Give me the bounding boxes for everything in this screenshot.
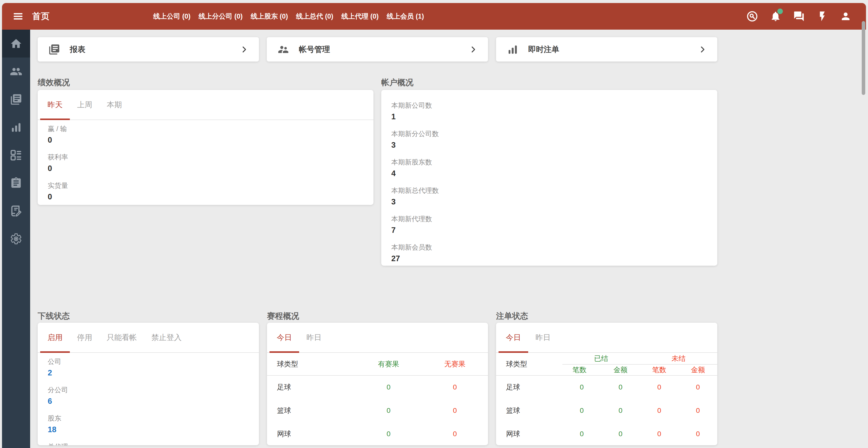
hamburger-icon — [12, 11, 24, 22]
chevron-right-icon — [240, 45, 248, 54]
col-without-result: 无赛果 — [422, 353, 488, 376]
stat-companies: 公司 2 — [48, 357, 249, 378]
flash-icon — [816, 10, 828, 22]
stat-new-agents: 本期新代理数 7 — [391, 215, 707, 235]
quick-card-label: 即时注单 — [528, 44, 559, 55]
account-button[interactable] — [840, 10, 851, 22]
chevron-right-icon — [698, 45, 707, 54]
stat-profit-rate: 获利率 0 — [48, 153, 364, 173]
tab-yesterday[interactable]: 昨天 — [40, 90, 70, 120]
menu-button[interactable] — [12, 11, 24, 22]
vertical-scrollbar-thumb[interactable] — [862, 21, 865, 95]
search-button[interactable] — [746, 10, 758, 22]
nav-online-agent[interactable]: 线上代理 (0) — [341, 12, 379, 21]
bets-tabs: 今日 昨日 — [496, 323, 717, 353]
person-icon — [840, 10, 851, 22]
tab-login-forbidden[interactable]: 禁止登入 — [144, 323, 189, 352]
nav-online-member[interactable]: 线上会员 (1) — [387, 12, 424, 21]
sidebar-item-lists[interactable] — [2, 141, 30, 169]
stat-branches: 分公司 6 — [48, 386, 249, 406]
sidebar-item-statistics[interactable] — [2, 113, 30, 141]
table-row: 足球 0 0 — [267, 376, 488, 399]
nav-online-shareholder[interactable]: 线上股东 (0) — [251, 12, 288, 21]
live-bets-icon — [506, 43, 519, 56]
messages-button[interactable] — [793, 10, 805, 22]
col-sport-type: 球类型 — [496, 353, 562, 376]
schedule-table: 球类型 有赛果 无赛果 足球 0 0 篮球 0 0 网球 0 — [267, 353, 488, 445]
col-settled-count: 笔数 — [562, 364, 601, 376]
sidebar-item-tasks[interactable] — [2, 169, 30, 197]
table-row: 篮球 0 0 — [267, 399, 488, 422]
account-management-icon — [277, 43, 289, 56]
group-unsettled: 未结 — [640, 353, 717, 364]
downline-tabs: 启用 停用 只能看帐 禁止登入 — [38, 323, 259, 353]
chevron-right-icon — [469, 45, 477, 54]
table-row: 网球 0 0 — [267, 422, 488, 445]
stat-shareholders: 股东 18 — [48, 414, 249, 435]
clipboard-icon — [10, 177, 22, 189]
quick-card-account-management[interactable]: 帐号管理 — [267, 37, 488, 62]
topbar-actions — [746, 10, 866, 22]
search-icon — [746, 10, 758, 22]
tab-yesterday[interactable]: 昨日 — [528, 323, 558, 352]
performance-tabs: 昨天 上周 本期 — [38, 90, 373, 120]
nav-online-branch[interactable]: 线上分公司 (0) — [199, 12, 243, 21]
col-sport-type: 球类型 — [267, 353, 355, 376]
sidebar-item-home[interactable] — [2, 30, 30, 58]
tab-disabled[interactable]: 停用 — [70, 323, 99, 352]
quick-actions-button[interactable] — [816, 10, 828, 22]
performance-stats: 赢 / 输 0 获利率 0 实货量 0 — [38, 120, 373, 202]
stat-new-shareholders: 本期新股东数 4 — [391, 158, 707, 179]
ledger-edit-icon — [10, 205, 22, 217]
quick-card-reports[interactable]: 报表 — [38, 37, 259, 62]
list-icon — [10, 149, 22, 161]
col-unsettled-amount: 金额 — [679, 364, 717, 376]
tab-last-week[interactable]: 上周 — [70, 90, 99, 120]
report-icon — [48, 43, 60, 56]
bets-section-title: 注单状态 — [496, 311, 528, 321]
performance-card: 昨天 上周 本期 赢 / 输 0 获利率 0 实货量 0 — [38, 90, 373, 205]
settings-gear-icon — [10, 232, 22, 245]
top-bar: 首页 线上公司 (0) 线上分公司 (0) 线上股东 (0) 线上总代 (0) … — [2, 3, 866, 30]
stat-win-loss: 赢 / 输 0 — [48, 125, 364, 145]
home-icon — [10, 37, 22, 50]
tab-enabled[interactable]: 启用 — [40, 323, 70, 352]
performance-section-title: 绩效概况 — [38, 77, 70, 87]
table-group-header-row: 球类型 已结 未结 — [496, 353, 717, 364]
nav-online-company[interactable]: 线上公司 (0) — [153, 12, 191, 21]
bar-chart-icon — [10, 121, 22, 134]
tab-view-only[interactable]: 只能看帐 — [99, 323, 144, 352]
col-unsettled-count: 笔数 — [640, 364, 679, 376]
nav-online-super-agent[interactable]: 线上总代 (0) — [296, 12, 334, 21]
downline-card: 启用 停用 只能看帐 禁止登入 公司 2 分公司 6 股东 18 总代理 — [38, 323, 259, 445]
col-settled-amount: 金额 — [601, 364, 640, 376]
tab-yesterday[interactable]: 昨日 — [299, 323, 329, 352]
table-row: 足球 0 0 0 0 — [496, 376, 717, 399]
sidebar-item-settings[interactable] — [2, 225, 30, 253]
accounts-stats: 本期新公司数 1 本期新分公司数 3 本期新股东数 4 本期新总代理数 3 本期… — [381, 90, 717, 264]
stat-new-branches: 本期新分公司数 3 — [391, 130, 707, 150]
stat-new-members: 本期新会员数 27 — [391, 243, 707, 264]
col-with-result: 有赛果 — [355, 353, 422, 376]
tab-today[interactable]: 今日 — [270, 323, 299, 352]
sidebar-item-reports[interactable] — [2, 85, 30, 113]
online-counters-nav: 线上公司 (0) 线上分公司 (0) 线上股东 (0) 线上总代 (0) 线上代… — [153, 3, 424, 30]
group-settled: 已结 — [562, 353, 640, 364]
sidebar-item-members[interactable] — [2, 58, 30, 85]
schedule-tabs: 今日 昨日 — [267, 323, 488, 353]
schedule-card: 今日 昨日 球类型 有赛果 无赛果 足球 0 0 篮球 0 — [267, 323, 488, 445]
chat-icon — [793, 10, 805, 22]
dashboard: 首页 线上公司 (0) 线上分公司 (0) 线上股东 (0) 线上总代 (0) … — [0, 0, 868, 448]
stat-new-super-agents: 本期新总代理数 3 — [391, 186, 707, 207]
tab-this-period[interactable]: 本期 — [99, 90, 129, 120]
quick-card-live-bets[interactable]: 即时注单 — [496, 37, 717, 62]
downline-section-title: 下线状态 — [38, 311, 70, 321]
notifications-button[interactable] — [770, 10, 781, 22]
tab-today[interactable]: 今日 — [499, 323, 528, 352]
sidebar-item-ledger[interactable] — [2, 197, 30, 225]
bets-table: 球类型 已结 未结 笔数 金额 笔数 金额 足球 0 0 0 0 — [496, 353, 717, 445]
users-icon — [10, 65, 22, 78]
accounts-section-title: 帐户概况 — [381, 77, 413, 87]
schedule-section-title: 赛程概况 — [267, 311, 299, 321]
stat-new-companies: 本期新公司数 1 — [391, 101, 707, 122]
